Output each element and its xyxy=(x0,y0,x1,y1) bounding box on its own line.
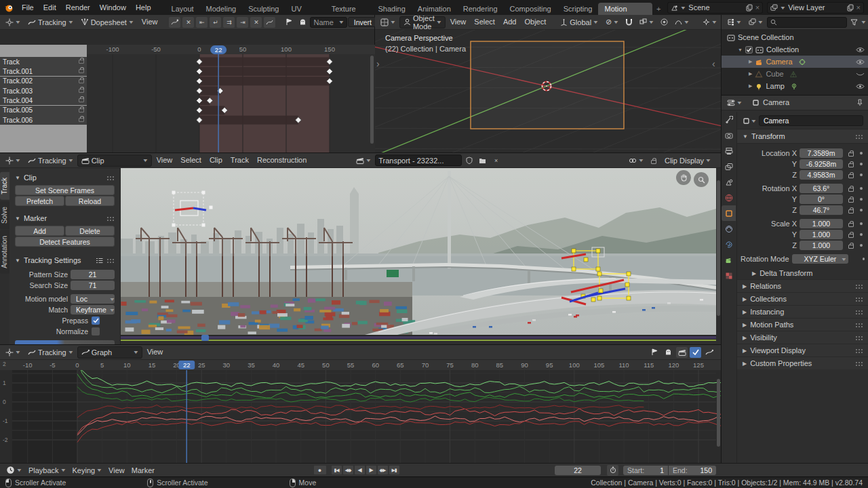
transform-panel-title[interactable]: Transform xyxy=(751,132,785,140)
dopesheet-channel-row[interactable]: Track xyxy=(0,57,87,66)
presets-icon[interactable] xyxy=(96,258,103,264)
panel-drag-dots-icon[interactable] xyxy=(855,297,863,302)
viewport-menu-select[interactable]: Select xyxy=(470,15,499,29)
workspace-tab-motion-tracking[interactable]: Motion Tracking xyxy=(598,3,652,15)
add-workspace-button[interactable]: + xyxy=(652,3,665,15)
jump-first-key-icon[interactable]: ⇤ xyxy=(196,17,208,28)
properties-tab-texture[interactable] xyxy=(722,268,736,283)
pan-hand-gizmo[interactable] xyxy=(676,170,691,185)
animate-dot-icon[interactable] xyxy=(860,198,863,201)
record-button[interactable]: ● xyxy=(313,465,327,475)
workspace-tab-modeling[interactable]: Modeling xyxy=(200,3,243,15)
clip-video-view[interactable] xyxy=(121,168,716,335)
clip-name-field[interactable]: Transport - 23232... xyxy=(375,155,462,166)
clip-menu-reconstruction[interactable]: Reconstruction xyxy=(253,153,311,167)
transform-value-field[interactable]: 7.3589m xyxy=(800,148,843,158)
dopesheet-editor-type-button[interactable]: ▼ xyxy=(2,16,24,28)
current-frame-field[interactable]: 22 xyxy=(555,466,601,475)
animate-dot-icon[interactable] xyxy=(860,233,863,236)
lock-icon[interactable] xyxy=(848,223,854,227)
smooth-keys-icon[interactable] xyxy=(264,17,275,28)
properties-tab-object[interactable] xyxy=(722,205,736,221)
delete-button[interactable]: Delete xyxy=(65,226,115,236)
properties-tab-physics[interactable] xyxy=(722,237,736,252)
panel-title[interactable]: Marker xyxy=(24,214,47,222)
transform-orientation-dropdown[interactable]: Global▼ xyxy=(557,16,601,28)
use-preview-range-icon[interactable] xyxy=(607,465,618,476)
lock-icon[interactable] xyxy=(848,174,854,178)
normalize-checkbox[interactable] xyxy=(92,327,100,336)
snap-target-dropdown[interactable]: ▼ xyxy=(636,16,657,28)
play-button[interactable]: ▶ xyxy=(366,465,377,475)
graph-vscrollbar[interactable] xyxy=(717,379,720,447)
proportional-editing-icon[interactable] xyxy=(658,17,670,28)
remove-channel-icon[interactable]: ✕ xyxy=(250,17,262,28)
clip-frame-scrubber[interactable] xyxy=(121,335,716,341)
jump-to-start-button[interactable]: ▮◀ xyxy=(331,465,342,475)
clip-datablock-icon[interactable]: ▼ xyxy=(353,155,374,167)
sidebar-toggle-left-icon[interactable]: › xyxy=(376,58,380,69)
expander-icon[interactable]: ▶ xyxy=(749,71,752,77)
timeline-menu-keying[interactable]: Keying▼ xyxy=(69,464,106,476)
panel-drag-dots-icon[interactable] xyxy=(855,134,863,139)
clip-menu-select[interactable]: Select xyxy=(176,153,205,167)
lock-icon[interactable] xyxy=(848,188,854,192)
object-mode-dropdown[interactable]: Object Mode▼ xyxy=(399,16,446,28)
clip-side-tab-solve[interactable]: Solve xyxy=(0,201,9,229)
animate-dot-icon[interactable] xyxy=(860,209,863,211)
next-keyframe-button[interactable]: ◆▶ xyxy=(377,465,389,475)
properties-section-collections[interactable]: ▶Collections xyxy=(737,292,868,305)
fake-user-shield-icon[interactable] xyxy=(463,155,475,166)
add-button[interactable]: Add xyxy=(15,226,64,236)
zoom-gizmo[interactable] xyxy=(694,172,709,187)
view-layer-selector[interactable]: ▼ View Layer × xyxy=(767,2,864,14)
panel-expander-icon[interactable]: ▼ xyxy=(15,258,20,264)
object-name-field[interactable]: Camera xyxy=(759,115,863,126)
show-curves-check-icon[interactable] xyxy=(690,347,701,358)
tracking-marker[interactable] xyxy=(597,272,631,300)
scene-selector[interactable]: ▼ Scene × xyxy=(667,2,763,14)
properties-section-viewport-display[interactable]: ▶Viewport Display xyxy=(737,344,868,357)
animate-dot-icon[interactable] xyxy=(860,174,863,176)
dopesheet-mode-menu[interactable]: Dopesheet▼ xyxy=(77,16,137,28)
clip-tracking-menu[interactable]: Tracking▼ xyxy=(24,155,77,167)
lock-icon[interactable] xyxy=(848,245,854,249)
outliner-item-lamp[interactable]: ▶Lamp xyxy=(722,80,868,92)
animate-dot-icon[interactable] xyxy=(860,222,863,225)
clip-menu-clip[interactable]: Clip xyxy=(205,153,226,167)
properties-tab-output[interactable] xyxy=(722,143,736,159)
lock-icon[interactable] xyxy=(79,118,84,122)
pin-icon[interactable] xyxy=(854,98,865,108)
panel-expander-icon[interactable]: ▼ xyxy=(15,175,20,181)
select-cursor-icon[interactable] xyxy=(649,347,660,358)
ghost-curves-icon[interactable] xyxy=(663,347,674,358)
lock-icon[interactable] xyxy=(848,163,854,167)
clip-menu-track[interactable]: Track xyxy=(226,153,253,167)
graph-view-menu[interactable]: View xyxy=(143,345,167,359)
panel-drag-dots-icon[interactable] xyxy=(855,361,863,366)
play-reverse-button[interactable]: ◀ xyxy=(354,465,366,475)
dopesheet-timeline[interactable]: -100-5005010015022 xyxy=(87,45,375,167)
panel-drag-dots-icon[interactable] xyxy=(106,258,115,263)
snap-magnet-icon[interactable] xyxy=(623,17,635,28)
clip-menu-view[interactable]: View xyxy=(153,153,177,167)
jump-last-key-icon[interactable]: ⇥ xyxy=(237,17,248,28)
lock-icon[interactable] xyxy=(848,152,854,157)
lock-icon[interactable] xyxy=(79,108,84,113)
topbar-menu-help[interactable]: Help xyxy=(131,0,156,15)
transform-value-field[interactable]: 1.000 xyxy=(800,241,843,250)
open-file-folder-icon[interactable] xyxy=(477,155,488,166)
clip-side-tab-annotation[interactable]: Annotation xyxy=(0,230,9,274)
transform-value-field[interactable]: 1.000 xyxy=(800,230,843,239)
transform-value-field[interactable]: -6.9258m xyxy=(800,159,843,169)
only-selected-filter-icon[interactable] xyxy=(283,17,295,28)
lock-icon[interactable] xyxy=(79,79,84,83)
transform-expander-icon[interactable]: ▼ xyxy=(743,134,748,140)
jump-to-end-button[interactable]: ▶▮ xyxy=(389,465,400,475)
offset-keys-icon[interactable]: ⇉ xyxy=(223,17,235,28)
ghost-filter-icon[interactable] xyxy=(297,17,309,28)
set-scene-frames-button[interactable]: Set Scene Frames xyxy=(15,185,115,195)
properties-section-motion-paths[interactable]: ▶Motion Paths xyxy=(737,318,868,331)
clip-vscrollbar[interactable] xyxy=(717,180,720,316)
properties-tab-scene[interactable] xyxy=(722,174,736,190)
